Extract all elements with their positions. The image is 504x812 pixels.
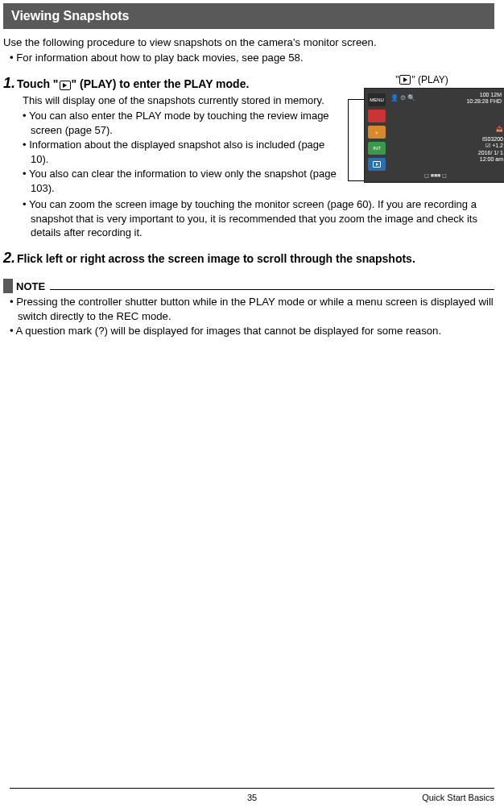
step1-body: This will display one of the snapshots c… xyxy=(23,93,345,108)
step2-heading: Flick left or right across the screen im… xyxy=(17,251,415,267)
section-title: Viewing Snapshots xyxy=(3,3,494,29)
step1-number: 1. xyxy=(3,73,15,93)
bottom-indicators: ◻ ■■■ ◻ xyxy=(365,172,504,179)
note-item-2: A question mark (?) will be displayed fo… xyxy=(10,324,494,338)
rec-mode-icon xyxy=(368,110,386,122)
info-time: 12:00 am xyxy=(478,156,503,163)
info-date: 2016/ 1/ 1 xyxy=(478,150,503,156)
step1-sub-1: You can also enter the PLAY mode by touc… xyxy=(23,109,345,137)
info-ev: ☑ +1.2 xyxy=(478,143,503,149)
note-item-1: Pressing the controller shutter button w… xyxy=(10,295,494,324)
note-label: NOTE xyxy=(16,280,45,294)
camera-screen-thumbnail: MENU ⏚ INT 👤 ⚙ 🔍 100 12M 10:28:28 FHD xyxy=(364,88,504,183)
top-left-icons: 👤 ⚙ 🔍 xyxy=(390,94,415,103)
section-name: Quick Start Basics xyxy=(422,792,494,804)
step1-heading: Touch "" (PLAY) to enter the PLAY mode. xyxy=(17,77,249,92)
sd-icon: 📥 xyxy=(478,126,503,132)
step1-head-post: " (PLAY) to enter the PLAY mode. xyxy=(72,77,250,90)
note-marker xyxy=(3,279,13,293)
step2-number: 2. xyxy=(3,248,15,267)
page-footer: 35 Quick Start Basics xyxy=(10,788,494,804)
play-icon xyxy=(399,75,411,85)
info-top-r1: 100 12M xyxy=(466,92,502,98)
figure-label: "" (PLAY) xyxy=(349,73,494,86)
wifi-icon: ⏚ xyxy=(368,126,386,139)
intro-bullet: For information about how to play back m… xyxy=(10,51,494,65)
intro-text: Use the following procedure to view snap… xyxy=(3,35,494,50)
play-icon xyxy=(60,81,71,90)
info-iso: IS03200 xyxy=(478,136,503,143)
callout-line xyxy=(348,99,364,181)
info-top-r2: 10:28:28 FHD xyxy=(466,98,502,105)
step1-sub-2: Information about the displayed snapshot… xyxy=(23,138,345,166)
step1-sub-4: You can zoom the screen image by touchin… xyxy=(23,197,494,240)
camera-screen-figure: "" (PLAY) MENU ⏚ INT 👤 ⚙ 🔍 100 1 xyxy=(349,73,494,196)
int-icon: INT xyxy=(368,142,386,155)
step1-sub-3: You also can clear the information to vi… xyxy=(23,167,345,195)
note-rule xyxy=(50,283,494,290)
page-number: 35 xyxy=(247,792,257,804)
step1-head-pre: Touch " xyxy=(17,77,58,90)
menu-icon: MENU xyxy=(368,93,386,106)
play-mode-icon xyxy=(368,158,386,171)
